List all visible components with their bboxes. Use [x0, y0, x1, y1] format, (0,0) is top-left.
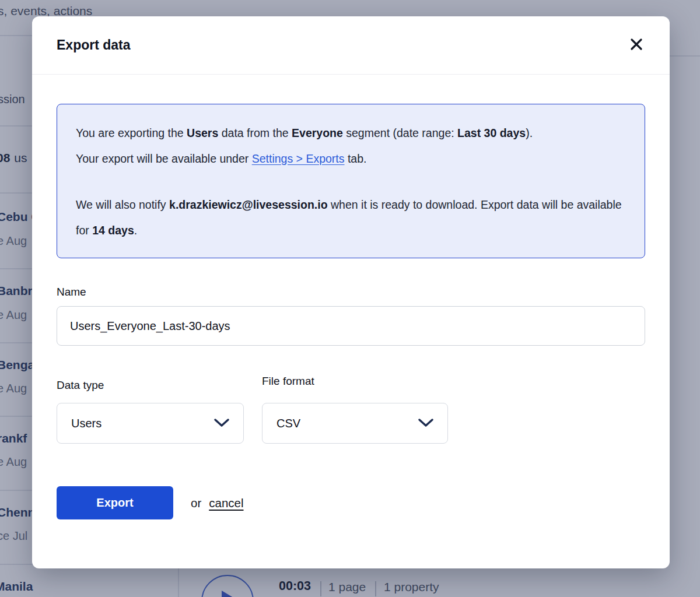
- export-info-box: You are exporting the Users data from th…: [57, 104, 645, 258]
- or-text: or: [191, 496, 201, 510]
- modal-title: Export data: [57, 37, 131, 53]
- info-line-3: We will also notify k.drazkiewicz@livese…: [76, 192, 626, 243]
- cancel-link[interactable]: cancel: [209, 496, 243, 510]
- fields-row: Data type Users File format CSV: [57, 379, 645, 444]
- close-button[interactable]: [626, 36, 646, 55]
- file-format-select[interactable]: CSV: [262, 403, 448, 444]
- data-type-label: Data type: [57, 379, 244, 392]
- close-icon: [629, 37, 643, 53]
- export-name-input[interactable]: [57, 306, 645, 346]
- chevron-down-icon: [418, 417, 433, 430]
- settings-exports-link[interactable]: Settings > Exports: [252, 152, 345, 165]
- export-button[interactable]: Export: [57, 486, 173, 519]
- data-type-select[interactable]: Users: [57, 403, 244, 444]
- data-type-group: Data type Users: [57, 379, 244, 444]
- chevron-down-icon: [214, 417, 229, 430]
- modal-header: Export data: [32, 16, 670, 75]
- modal-actions: Export or cancel: [57, 486, 645, 519]
- file-format-group: File format CSV: [262, 379, 448, 444]
- info-line-1: You are exporting the Users data from th…: [76, 120, 626, 146]
- modal-body: You are exporting the Users data from th…: [32, 104, 670, 519]
- data-type-value: Users: [71, 417, 102, 430]
- export-data-modal: Export data You are exporting the Users …: [32, 16, 670, 568]
- file-format-label: File format: [262, 375, 448, 388]
- name-label: Name: [57, 286, 645, 298]
- info-line-2: Your export will be available under Sett…: [76, 146, 626, 171]
- file-format-value: CSV: [276, 417, 300, 430]
